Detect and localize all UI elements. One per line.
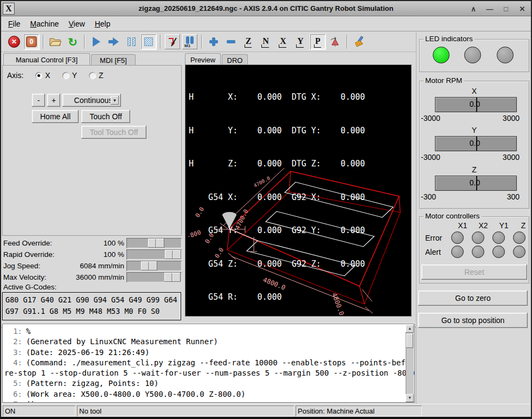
goto-stop-position-button[interactable]: Go to stop position [418,313,528,328]
motor-rpm-label: Motor RPM [424,76,464,85]
gauge-y: 0.0 [435,136,517,151]
active-gcodes-line: G97 G91.1 G8 M5 M9 M48 M53 M0 F0 S0 [5,306,178,317]
max-velocity-slider[interactable] [126,272,182,282]
motor-controllers-label: Motor controllers [424,212,482,220]
rapid-override-row: Rapid Override: 100 % [3,249,182,260]
axis-radio-y-label: Y [72,71,77,80]
line-number: 4: [3,358,22,368]
step-button[interactable] [106,34,121,49]
line-number: 3: [3,347,22,358]
reload-icon: ↻ [68,36,78,48]
tab-mdi[interactable]: MDI [F5] [91,54,136,66]
pause-button[interactable] [124,34,139,49]
open-file-button[interactable] [48,34,63,49]
preview-canvas[interactable]: 4700.0 4700.0 0.0 -800 0.0 0.0 4800.0 48… [185,65,412,317]
axis-radio-y[interactable] [62,72,69,79]
max-velocity-value: 36000 mm/min [76,273,124,281]
manual-control-frame: Axis: X Y Z - + Continuous ▼ Home All To… [2,65,182,236]
view-z-button[interactable]: Z [241,34,256,49]
menu-help[interactable]: Help [90,18,116,30]
pause-icon [127,37,136,46]
view-perspective-button[interactable]: P [310,34,325,49]
scroll-up-icon[interactable]: ▲ [406,325,414,333]
home-all-button[interactable]: Home All [32,110,79,123]
gcode-listing[interactable]: 1:% 2:(Generated by LinuxCNC Measurement… [2,324,415,403]
jog-minus-button[interactable]: - [32,94,45,107]
zoom-in-icon [209,37,218,46]
tab-preview[interactable]: Preview [185,53,221,66]
menu-file[interactable]: File [3,18,25,30]
zoom-in-button[interactable] [206,34,221,49]
gcode-line-wrap: re-stop 1 --stop-duration 5 --wait-for-u… [3,368,415,378]
jog-speed-value: 6084 mm/min [80,262,124,270]
tab-dro[interactable]: DRO [222,54,248,66]
axis-radio-z[interactable] [89,72,96,79]
axis-radio-x[interactable] [35,72,42,79]
rotate-icon [329,36,341,48]
gauge-z-value: 0.0 [435,178,514,187]
menu-machine[interactable]: Machine [25,18,64,30]
gauge-x-axis: X [420,87,529,95]
maximize-button[interactable]: □ [501,3,511,14]
jog-speed-row: Jog Speed: 6084 mm/min [3,260,182,272]
close-button[interactable]: ✕ [517,3,528,14]
reset-button[interactable]: Reset [421,265,527,280]
skip-lines-button[interactable] [165,34,180,49]
gcode-line: (Pattern: zigzag, Points: 10) [22,378,158,389]
touch-off-button[interactable]: Touch Off [81,110,130,123]
feed-override-slider[interactable] [126,238,182,248]
menu-bar: File Machine View Help [1,16,531,31]
led-indicator-1 [433,47,450,63]
power-icon: 0 [26,36,37,47]
gcode-scrollbar[interactable]: ▲ ▼ [406,325,414,402]
line-number: 5: [3,378,22,389]
optional-stop-button[interactable]: M1 [182,34,197,49]
scroll-down-icon[interactable]: ▼ [406,394,414,402]
estop-button[interactable]: ✕ [7,34,22,49]
gauge-z-range: -300300 [421,192,520,201]
line-number: 1: [3,326,22,337]
controller-alert-row: Alert [420,246,532,258]
controller-error-row: Error [420,231,532,244]
goto-zero-button[interactable]: Go to zero [418,291,528,306]
led-indicator-2 [464,47,481,63]
gauge-y-axis: Y [420,126,529,134]
stop-button[interactable] [141,34,156,49]
gauge-x-value: 0.0 [435,100,514,108]
menu-view[interactable]: View [64,18,90,30]
view-x-icon: X [278,36,288,48]
view-z2-button[interactable]: N [258,34,273,49]
rapid-override-slider[interactable] [126,249,182,260]
estop-icon: ✕ [8,36,20,48]
jog-plus-button[interactable]: + [47,94,60,107]
feed-override-label: Feed Override: [3,239,52,247]
jog-speed-slider[interactable] [126,261,182,271]
run-button[interactable] [89,34,104,49]
gauge-x: 0.0 [435,97,517,112]
axis-label: Axis: [7,71,23,80]
scrollbar-thumb[interactable] [406,334,413,348]
tool-touch-off-button[interactable]: Tool Touch Off [81,126,146,139]
reload-button[interactable]: ↻ [65,34,80,49]
gcode-line: (Generated by LinuxCNC Measurement Runne… [22,337,218,347]
controller-led [472,246,484,258]
view-x-button[interactable]: X [275,34,291,49]
minimize-button[interactable]: — [484,3,495,14]
view-y-button[interactable]: Y [293,34,308,49]
preview-panel: Preview DRO [183,53,416,323]
view-z-icon: Z [244,36,253,48]
toolbar-separator [43,35,44,49]
manual-control-panel: Manual Control [F3] MDI [F5] Axis: X Y Z… [2,53,183,323]
rotate-view-button[interactable] [328,34,343,49]
axis-radio-z-label: Z [99,71,104,80]
shade-button[interactable]: ∧ [468,3,479,14]
jog-increment-select[interactable]: Continuous ▼ [62,94,121,107]
max-velocity-label: Max Velocity: [3,273,47,281]
tab-manual-control[interactable]: Manual Control [F3] [3,53,90,66]
machine-power-button[interactable]: 0 [24,34,39,49]
title-bar[interactable]: X zigzag_20250619_212649.ngc - AXIS 2.9.… [1,1,531,16]
active-gcodes-label: Active G-Codes: [3,283,56,291]
zoom-out-button[interactable] [223,34,239,49]
clear-plot-button[interactable] [351,34,367,49]
toolbar-separator [347,35,348,49]
